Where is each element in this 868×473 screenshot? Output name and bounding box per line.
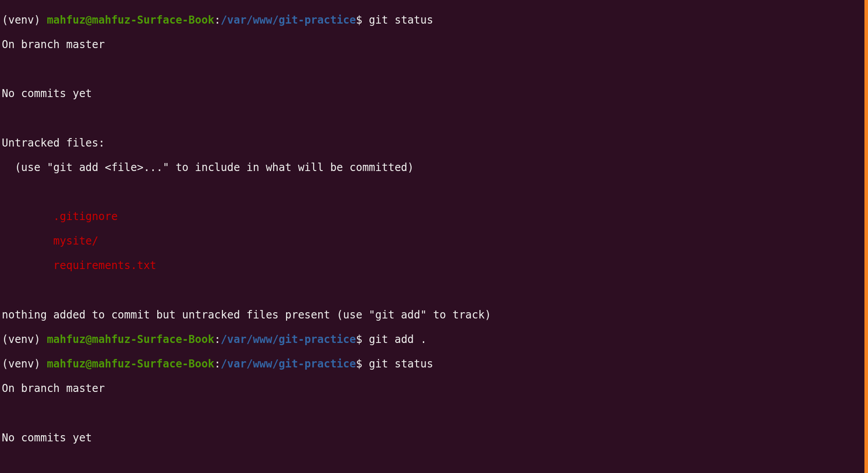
prompt-env: (venv): [2, 14, 47, 26]
empty-line: [2, 285, 868, 297]
output-untracked-hint: (use "git add <file>..." to include in w…: [2, 162, 868, 174]
output-no-commits-2: No commits yet: [2, 432, 868, 444]
prompt-colon: :: [214, 358, 221, 370]
prompt-dollar: $: [356, 358, 369, 370]
empty-line: [2, 186, 868, 199]
output-no-commits-1: No commits yet: [2, 88, 868, 100]
prompt-path: /var/www/git-practice: [221, 14, 356, 26]
prompt-env: (venv): [2, 333, 47, 346]
prompt-path: /var/www/git-practice: [221, 358, 356, 370]
prompt-user-host: mahfuz@mahfuz-Surface-Book: [47, 358, 214, 370]
prompt-dollar: $: [356, 14, 369, 26]
output-branch-2: On branch master: [2, 383, 868, 395]
prompt-dollar: $: [356, 333, 369, 346]
empty-line: [2, 408, 868, 420]
command-2: git add .: [369, 333, 427, 346]
prompt-line-1: (venv) mahfuz@mahfuz-Surface-Book:/var/w…: [2, 14, 868, 27]
prompt-path: /var/www/git-practice: [221, 333, 356, 346]
command-1: git status: [369, 14, 434, 26]
prompt-line-2: (venv) mahfuz@mahfuz-Surface-Book:/var/w…: [2, 334, 868, 346]
prompt-user-host: mahfuz@mahfuz-Surface-Book: [47, 14, 214, 26]
untracked-file-requirements: requirements.txt: [2, 260, 868, 272]
output-untracked-header: Untracked files:: [2, 137, 868, 150]
empty-line: [2, 112, 868, 125]
output-nothing-added: nothing added to commit but untracked fi…: [2, 309, 868, 322]
empty-line: [2, 63, 868, 76]
prompt-env: (venv): [2, 358, 47, 370]
command-3: git status: [369, 358, 434, 370]
terminal-output[interactable]: (venv) mahfuz@mahfuz-Surface-Book:/var/w…: [2, 2, 868, 473]
prompt-line-3: (venv) mahfuz@mahfuz-Surface-Book:/var/w…: [2, 358, 868, 371]
scrollbar[interactable]: [864, 0, 868, 473]
untracked-file-gitignore: .gitignore: [2, 211, 868, 223]
prompt-colon: :: [214, 333, 221, 346]
prompt-user-host: mahfuz@mahfuz-Surface-Book: [47, 333, 214, 346]
empty-line: [2, 457, 868, 469]
prompt-colon: :: [214, 14, 221, 26]
untracked-file-mysite: mysite/: [2, 235, 868, 248]
output-branch-1: On branch master: [2, 39, 868, 51]
